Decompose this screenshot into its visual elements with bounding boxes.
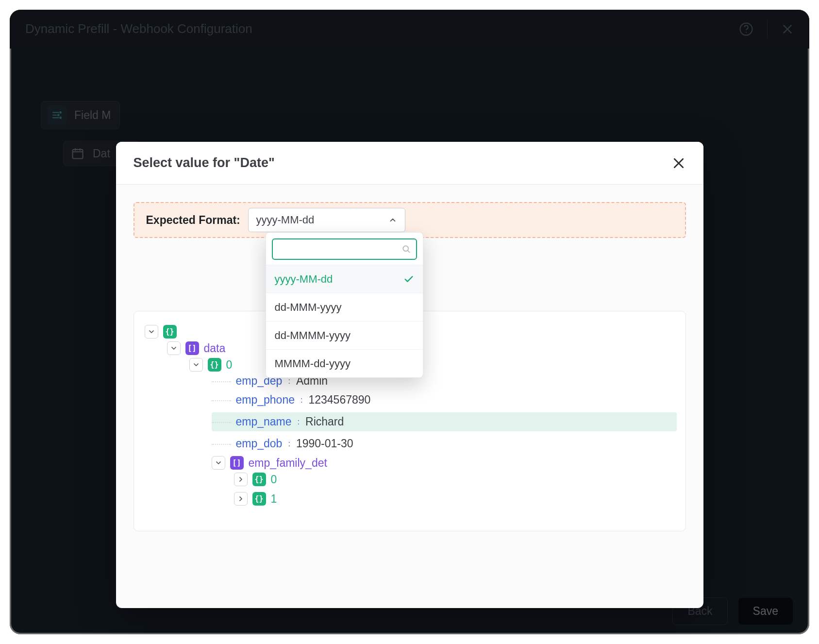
expected-format-bar: Expected Format: yyyy-MM-dd yyyy-MM-dd: [134, 202, 686, 238]
expand-toggle[interactable]: [234, 492, 248, 506]
chevron-up-icon: [388, 216, 397, 224]
collapse-toggle[interactable]: [145, 325, 158, 339]
close-icon[interactable]: [671, 156, 686, 170]
format-option-label: MMMM-dd-yyyy: [275, 357, 351, 370]
expected-format-label: Expected Format:: [146, 214, 248, 227]
modal-title: Select value for "Date": [134, 155, 275, 170]
object-badge: {}: [208, 358, 221, 372]
tree-node-index-0[interactable]: {} 0: [189, 358, 681, 372]
format-dropdown: yyyy-MM-dd dd-MMM-yyyy dd-MMMM-yyyy MMMM…: [266, 232, 423, 378]
field-key: emp_phone: [236, 393, 295, 407]
array-badge: []: [185, 341, 199, 355]
object-badge: {}: [163, 325, 177, 339]
format-search-input[interactable]: [279, 244, 401, 255]
format-option[interactable]: dd-MMM-yyyy: [266, 293, 423, 321]
object-badge: {}: [252, 492, 266, 506]
tree-field[interactable]: emp_phone: 1234567890: [212, 393, 681, 407]
format-option[interactable]: dd-MMMM-yyyy: [266, 321, 423, 349]
collapse-toggle[interactable]: [212, 456, 225, 470]
field-value: 1234567890: [308, 393, 370, 407]
object-badge: {}: [252, 473, 266, 486]
collapse-toggle[interactable]: [167, 341, 181, 355]
tree-node-data[interactable]: [] data: [167, 341, 681, 355]
field-value: Richard: [305, 415, 344, 428]
tree-node-label: emp_family_det: [249, 457, 327, 470]
format-option[interactable]: yyyy-MM-dd: [266, 265, 423, 293]
collapse-toggle[interactable]: [189, 358, 203, 372]
tree-node-family-0[interactable]: {} 0: [234, 473, 681, 486]
field-value: 1990-01-30: [296, 437, 353, 450]
format-option-label: yyyy-MM-dd: [275, 273, 333, 286]
format-option[interactable]: MMMM-dd-yyyy: [266, 349, 423, 377]
format-option-label: dd-MMM-yyyy: [275, 301, 342, 314]
format-search[interactable]: [272, 238, 417, 260]
tree-field[interactable]: emp_dob: 1990-01-30: [212, 437, 681, 450]
app-window: Dynamic Prefill - Webhook Configuration …: [10, 10, 809, 634]
tree-node-label: 1: [271, 492, 277, 506]
field-key: emp_dob: [236, 437, 283, 450]
expand-toggle[interactable]: [234, 473, 248, 486]
format-select-value: yyyy-MM-dd: [256, 214, 315, 226]
search-icon: [401, 244, 411, 254]
tree-node-family-1[interactable]: {} 1: [234, 492, 681, 506]
tree-node-label: 0: [226, 358, 233, 372]
tree-node-label: data: [204, 342, 226, 355]
format-option-label: dd-MMMM-yyyy: [275, 329, 351, 342]
select-value-modal: Select value for "Date" Expected Format:…: [116, 142, 703, 608]
field-key: emp_name: [236, 415, 292, 428]
tree-node-label: 0: [271, 473, 277, 486]
format-select[interactable]: yyyy-MM-dd: [248, 208, 405, 232]
tree-field-selected[interactable]: emp_name: Richard: [212, 412, 677, 431]
array-badge: []: [230, 456, 244, 470]
tree-node-family[interactable]: [] emp_family_det: [212, 456, 681, 470]
modal-header: Select value for "Date": [116, 142, 703, 185]
check-icon: [403, 274, 414, 285]
